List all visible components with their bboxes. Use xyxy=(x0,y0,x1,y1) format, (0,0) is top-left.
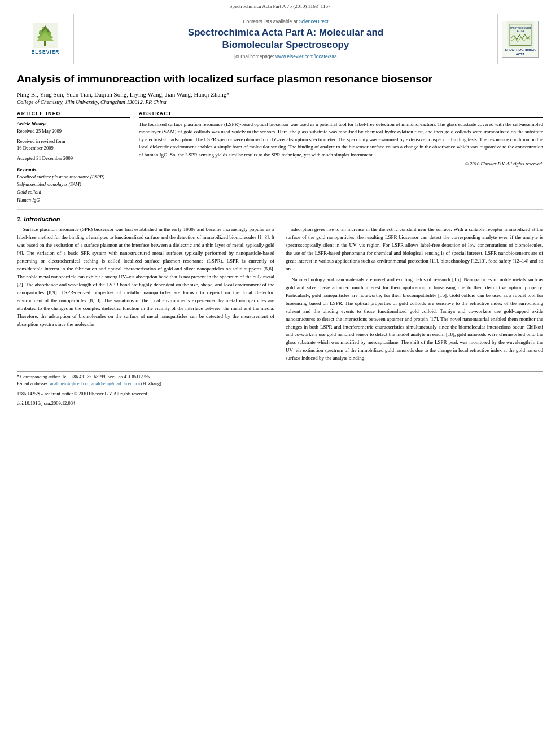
issn-line: 1386-1425/$ – see front matter © 2010 El… xyxy=(17,391,543,397)
body-col-right: adsorption gives rise to an increase in … xyxy=(286,226,543,365)
journal-logo-area: SPECTROCHIMICA ACTA SPECTROCHIMICAACTA xyxy=(497,14,542,64)
journal-homepage: journal homepage: www.elsevier.com/locat… xyxy=(234,54,336,59)
intro-para-2: adsorption gives rise to an increase in … xyxy=(286,226,543,273)
article-content: Analysis of immunoreaction with localize… xyxy=(17,72,543,407)
spectrochimica-logo-icon: SPECTROCHIMICA ACTA xyxy=(506,21,535,48)
sciencedirect-line: Contents lists available at ScienceDirec… xyxy=(243,19,328,24)
citation-bar: Spectrochimica Acta Part A 75 (2010) 116… xyxy=(0,0,560,10)
page: Spectrochimica Acta Part A 75 (2010) 116… xyxy=(0,0,560,747)
journal-logo-text: SPECTROCHIMICAACTA xyxy=(505,48,536,57)
svg-point-6 xyxy=(48,32,51,35)
body-col-left: Surface plasmon resonance (SPR) biosenso… xyxy=(17,226,274,365)
section-divider xyxy=(17,209,543,210)
svg-point-5 xyxy=(39,30,42,34)
abstract-col: ABSTRACT The localized surface plasmon r… xyxy=(139,111,543,204)
citation-text: Spectrochimica Acta Part A 75 (2010) 116… xyxy=(230,3,331,9)
article-info-col: ARTICLE INFO Article history: Received 2… xyxy=(17,111,130,204)
keyword-3: Gold colloid xyxy=(17,189,130,196)
history-label: Article history: xyxy=(17,121,130,126)
article-title: Analysis of immunoreaction with localize… xyxy=(17,72,543,86)
email-line: E-mail addresses: analchem@jlu.edu.cn, a… xyxy=(17,381,543,387)
intro-para-3: Nanotechnology and nanomaterials are nov… xyxy=(286,276,543,362)
abstract-label: ABSTRACT xyxy=(139,111,543,118)
abstract-text: The localized surface plasmon resonance … xyxy=(139,121,543,159)
email-2[interactable]: analchem@mail.jlu.edu.cn xyxy=(91,381,140,386)
received-date: Received 25 May 2009 xyxy=(17,128,130,135)
email-1[interactable]: analchem@jlu.edu.cn xyxy=(50,381,90,386)
intro-para-1: Surface plasmon resonance (SPR) biosenso… xyxy=(17,226,274,328)
accepted-label: Accepted 31 December 2009 xyxy=(17,155,130,162)
copyright-line: © 2010 Elsevier B.V. All rights reserved… xyxy=(139,161,543,167)
doi-line: doi:10.1016/j.saa.2009.12.084 xyxy=(17,400,543,407)
keywords-label: Keywords: xyxy=(17,167,130,172)
elsevier-tree-icon xyxy=(33,23,58,48)
body-two-col: Surface plasmon resonance (SPR) biosenso… xyxy=(17,226,543,365)
svg-point-7 xyxy=(42,27,44,29)
article-info-label: ARTICLE INFO xyxy=(17,111,130,118)
footnote-area: * Corresponding author. Tel.: +86 431 85… xyxy=(17,371,543,407)
keywords-list: Localized surface plasmon resonance (LSP… xyxy=(17,173,130,204)
journal-logo-box: SPECTROCHIMICA ACTA SPECTROCHIMICAACTA xyxy=(502,21,539,58)
journal-title: Spectrochimica Acta Part A: Molecular an… xyxy=(188,27,383,51)
introduction-heading: 1. Introduction xyxy=(17,216,543,222)
corresponding-author: * Corresponding author. Tel.: +86 431 85… xyxy=(17,374,543,381)
elsevier-label: ELSEVIER xyxy=(31,49,59,55)
elsevier-logo-area: ELSEVIER xyxy=(18,14,74,64)
revised-label: Received in revised form 16 December 200… xyxy=(17,138,130,152)
svg-text:SPECTROCHIMICA: SPECTROCHIMICA xyxy=(509,27,531,29)
elsevier-logo: ELSEVIER xyxy=(31,23,59,55)
svg-rect-8 xyxy=(507,21,533,48)
keyword-2: Self-assembled monolayer (SAM) xyxy=(17,181,130,189)
journal-title-area: Contents lists available at ScienceDirec… xyxy=(74,14,497,64)
article-affiliation: College of Chemistry, Jilin University, … xyxy=(17,99,543,105)
keyword-4: Human IgG xyxy=(17,196,130,204)
article-authors: Ning Bi, Ying Sun, Yuan Tian, Daqian Son… xyxy=(17,91,543,98)
homepage-url[interactable]: www.elsevier.com/locate/saa xyxy=(275,54,337,59)
keyword-1: Localized surface plasmon resonance (LSP… xyxy=(17,173,130,181)
journal-header: ELSEVIER Contents lists available at Sci… xyxy=(17,14,543,64)
sciencedirect-link[interactable]: ScienceDirect xyxy=(299,19,328,24)
article-info-abstract: ARTICLE INFO Article history: Received 2… xyxy=(17,111,543,204)
svg-text:ACTA: ACTA xyxy=(517,30,524,33)
